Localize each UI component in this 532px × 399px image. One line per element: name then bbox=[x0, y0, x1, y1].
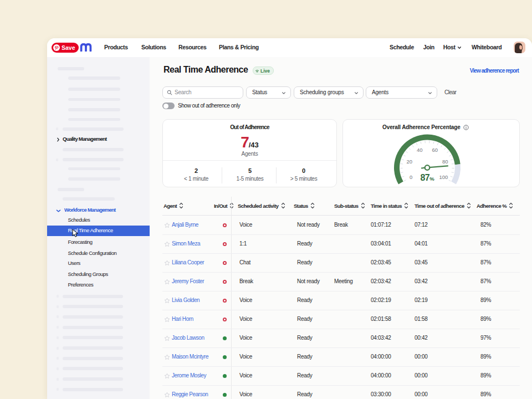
svg-text:80: 80 bbox=[442, 158, 448, 165]
svg-text:40: 40 bbox=[417, 147, 423, 153]
svg-text:20: 20 bbox=[406, 158, 412, 165]
svg-text:60: 60 bbox=[432, 147, 438, 153]
